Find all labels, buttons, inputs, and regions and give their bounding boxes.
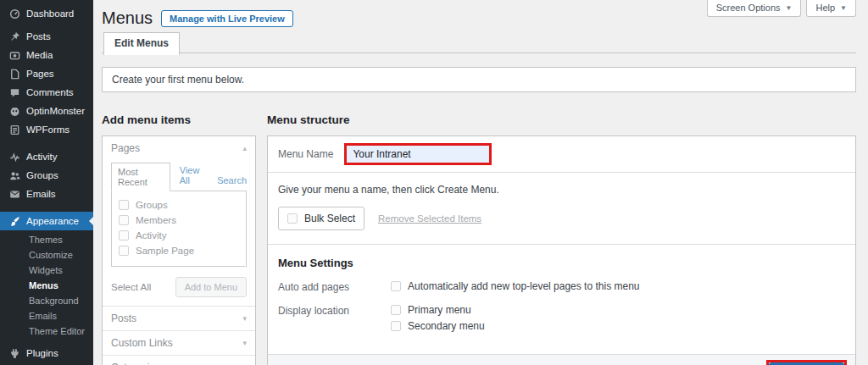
sidebar-item-label: Comments	[26, 87, 74, 97]
remove-selected-items-link[interactable]: Remove Selected Items	[378, 213, 481, 224]
auto-add-option-label: Automatically add new top-level pages to…	[408, 280, 640, 292]
activity-icon	[8, 151, 20, 163]
display-location-label: Display location	[278, 304, 391, 317]
auto-add-option: Automatically add new top-level pages to…	[391, 280, 640, 292]
sidebar-item-label: Activity	[26, 152, 57, 162]
members-checkbox[interactable]	[119, 215, 129, 225]
menu-settings-heading: Menu Settings	[278, 257, 845, 269]
sidebar-item-appearance[interactable]: Appearance	[0, 212, 93, 230]
bulk-select-checkbox[interactable]	[287, 213, 298, 224]
submenu-item-customize[interactable]: Customize	[0, 247, 93, 263]
sidebar-item-groups[interactable]: Groups	[0, 166, 93, 185]
sidebar-item-comments[interactable]: Comments	[0, 83, 93, 102]
menu-name-label: Menu Name	[278, 148, 333, 160]
submenu-item-widgets[interactable]: Widgets	[0, 263, 93, 278]
primary-menu-checkbox[interactable]	[391, 305, 401, 315]
wpforms-icon	[8, 124, 20, 135]
comment-icon	[8, 86, 20, 98]
menu-structure-column: Menu structure Menu Name Give your menu …	[267, 113, 856, 365]
tab-edit-menus[interactable]: Edit Menus	[103, 32, 180, 55]
auto-add-pages-row: Auto add pages Automatically add new top…	[278, 280, 845, 296]
screen-meta-links: Screen Options ▼ Help ▼	[707, 0, 856, 17]
accordion-section-custom-links[interactable]: Custom Links ▾	[103, 330, 255, 355]
page-item-label: Sample Page	[136, 246, 194, 256]
auto-add-pages-label: Auto add pages	[278, 280, 391, 293]
add-menu-items-heading: Add menu items	[102, 113, 256, 126]
sidebar-item-pages[interactable]: Pages	[0, 64, 93, 83]
pages-section-title: Pages	[111, 142, 140, 154]
add-to-menu-button[interactable]: Add to Menu	[175, 277, 247, 297]
groups-icon	[8, 169, 20, 181]
help-button[interactable]: Help ▼	[806, 0, 856, 17]
sidebar-item-label: Appearance	[26, 216, 79, 226]
sidebar-item-label: Posts	[26, 31, 51, 41]
tab-search[interactable]: Search	[217, 172, 247, 191]
activity-checkbox[interactable]	[119, 230, 129, 241]
sidebar-item-optinmonster[interactable]: OptinMonster	[0, 102, 93, 120]
bulk-actions-row: Bulk Select Remove Selected Items	[268, 198, 855, 244]
appearance-submenu: Themes Customize Widgets Menus Backgroun…	[0, 230, 93, 344]
sidebar-item-emails[interactable]: Emails	[0, 185, 93, 203]
tab-bar: Edit Menus	[102, 32, 856, 53]
submenu-item-menus[interactable]: Menus	[0, 278, 93, 293]
dashboard-icon	[8, 8, 20, 19]
accordion-section-posts[interactable]: Posts ▾	[103, 306, 255, 330]
sidebar-item-posts[interactable]: Posts	[0, 27, 93, 46]
sidebar-item-label: Pages	[26, 69, 54, 79]
posts-section-title: Posts	[111, 312, 136, 324]
page-title: Menus	[102, 8, 153, 28]
pages-actions-row: Select All Add to Menu	[111, 267, 247, 297]
screen-options-button[interactable]: Screen Options ▼	[707, 0, 802, 17]
plugins-icon	[8, 347, 20, 359]
pages-icon	[8, 68, 20, 80]
chevron-down-icon: ▼	[840, 4, 847, 12]
bulk-select-toggle[interactable]: Bulk Select	[278, 207, 364, 230]
select-all-link[interactable]: Select All	[111, 282, 151, 292]
appearance-icon	[8, 215, 20, 227]
pages-section-body: Most Recent View All Search Groups	[103, 160, 255, 306]
groups-checkbox[interactable]	[119, 200, 129, 210]
page-item-label: Activity	[136, 230, 166, 241]
custom-links-section-title: Custom Links	[111, 337, 173, 349]
sidebar-item-label: Dashboard	[26, 8, 74, 19]
sidebar-item-media[interactable]: Media	[0, 46, 93, 64]
pages-subtabs: Most Recent View All Search	[111, 162, 247, 191]
secondary-menu-checkbox[interactable]	[391, 321, 401, 331]
page-checkbox-row: Members	[116, 213, 242, 228]
menu-structure-panel: Menu Name Give your menu a name, then cl…	[267, 135, 856, 365]
menu-settings-section: Menu Settings Auto add pages Automatical…	[268, 244, 855, 354]
menu-instruction-text: Give your menu a name, then click Create…	[268, 173, 855, 198]
sample-page-checkbox[interactable]	[119, 246, 129, 256]
submenu-item-themes[interactable]: Themes	[0, 232, 93, 247]
bulk-select-label: Bulk Select	[304, 213, 355, 224]
pushpin-icon	[8, 30, 20, 42]
page-item-label: Members	[136, 215, 176, 225]
accordion-section-categories[interactable]: Categories ▾	[103, 355, 255, 365]
sidebar-item-label: Groups	[26, 170, 58, 180]
primary-menu-option: Primary menu	[391, 304, 485, 316]
submenu-item-background[interactable]: Background	[0, 293, 93, 308]
submenu-item-emails[interactable]: Emails	[0, 308, 93, 324]
notice-bar: Create your first menu below.	[102, 67, 856, 92]
add-menu-items-column: Add menu items Pages ▴ Most Recent View …	[102, 113, 256, 365]
menu-items-accordion: Pages ▴ Most Recent View All Search G	[102, 135, 256, 365]
chevron-down-icon: ▼	[786, 4, 793, 12]
menu-name-input[interactable]	[347, 146, 489, 163]
sidebar-item-activity[interactable]: Activity	[0, 147, 93, 166]
optinmonster-icon	[8, 105, 20, 117]
tab-most-recent[interactable]: Most Recent	[111, 163, 170, 191]
sidebar-item-dashboard[interactable]: Dashboard	[0, 4, 93, 23]
tab-view-all[interactable]: View All	[180, 162, 208, 191]
sidebar-item-plugins[interactable]: Plugins	[0, 344, 93, 362]
sidebar-item-wpforms[interactable]: WPForms	[0, 120, 93, 139]
secondary-menu-label: Secondary menu	[408, 320, 485, 332]
accordion-section-pages[interactable]: Pages ▴	[103, 136, 255, 160]
annotation-box-menu-name	[344, 143, 492, 165]
help-label: Help	[815, 3, 835, 13]
auto-add-pages-checkbox[interactable]	[391, 281, 401, 291]
manage-with-live-preview-button[interactable]: Manage with Live Preview	[161, 10, 293, 27]
primary-menu-label: Primary menu	[408, 304, 471, 316]
media-icon	[8, 49, 20, 61]
page-checkbox-row: Groups	[116, 197, 242, 213]
submenu-item-theme-editor[interactable]: Theme Editor	[0, 324, 93, 339]
